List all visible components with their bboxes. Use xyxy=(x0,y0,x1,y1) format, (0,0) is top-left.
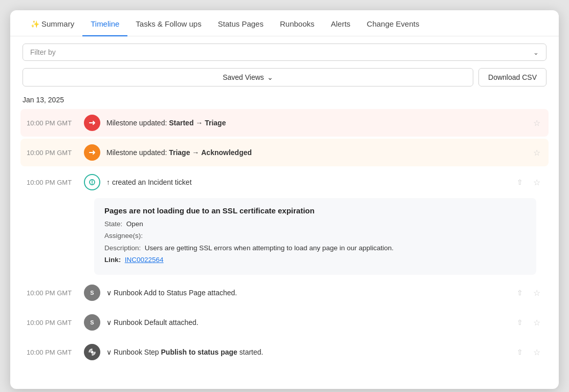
pin-icon: ⇧ xyxy=(517,289,523,297)
ticket-state: State: Open xyxy=(104,219,526,229)
timeline-item: 10:00 PM GMT S ∨ Runbook Default attache… xyxy=(20,309,549,336)
pin-icon: ⇧ xyxy=(517,178,523,186)
timeline-item: 10:00 PM GMT ↑ created an Incident ticke… xyxy=(20,168,549,196)
saved-views-button[interactable]: Saved Views ⌄ xyxy=(23,68,473,86)
timeline-item: 10:00 PM GMT Milestone updated: Started … xyxy=(20,109,549,137)
ticket-icon xyxy=(84,174,100,190)
filter-chevron-icon: ⌄ xyxy=(533,49,539,56)
nav-tabs: ✨Summary Timeline Tasks & Follow ups Sta… xyxy=(10,10,559,36)
event-time: 10:00 PM GMT xyxy=(27,289,78,297)
milestone-icon xyxy=(84,115,100,131)
timeline-item: 10:00 PM GMT ∨ Runbook Step Publish to s… xyxy=(20,338,549,364)
star-button[interactable]: ☆ xyxy=(531,177,542,188)
star-button[interactable]: ☆ xyxy=(531,117,542,129)
event-time: 10:00 PM GMT xyxy=(27,349,78,356)
tab-change-events[interactable]: Change Events xyxy=(359,10,428,36)
tab-runbooks[interactable]: Runbooks xyxy=(272,10,323,36)
saved-views-chevron-icon: ⌄ xyxy=(267,73,273,81)
star-button[interactable]: ☆ xyxy=(531,317,542,329)
event-text: Milestone updated: Started → Triage xyxy=(106,119,525,127)
download-csv-button[interactable]: Download CSV xyxy=(478,68,546,86)
tab-summary[interactable]: ✨Summary xyxy=(23,10,82,36)
event-text: ∨ Runbook Add to Status Page attached. xyxy=(106,289,511,297)
ticket-title: Pages are not loading due to an SSL cert… xyxy=(104,206,526,215)
filter-bar[interactable]: Filter by ⌄ xyxy=(23,43,546,61)
timeline-content: 10:00 PM GMT Milestone updated: Started … xyxy=(10,109,559,364)
tab-alerts[interactable]: Alerts xyxy=(323,10,359,36)
filter-row: Filter by ⌄ xyxy=(10,36,559,68)
tab-status-pages[interactable]: Status Pages xyxy=(210,10,272,36)
milestone-icon xyxy=(84,144,100,161)
ticket-assignee: Assignee(s): xyxy=(104,231,526,241)
ticket-card: Pages are not loading due to an SSL cert… xyxy=(94,198,536,275)
tab-timeline[interactable]: Timeline xyxy=(82,10,127,36)
star-button[interactable]: ☆ xyxy=(531,287,542,299)
event-time: 10:00 PM GMT xyxy=(27,149,78,157)
pin-icon: ⇧ xyxy=(517,348,523,356)
toolbar-row: Saved Views ⌄ Download CSV xyxy=(10,68,559,94)
ticket-description: Description: Users are getting SSL error… xyxy=(104,243,526,253)
event-time: 10:00 PM GMT xyxy=(27,319,78,326)
star-button[interactable]: ☆ xyxy=(531,346,542,358)
timeline-item: 10:00 PM GMT S ∨ Runbook Add to Status P… xyxy=(20,279,549,307)
event-text: ∨ Runbook Default attached. xyxy=(106,318,511,326)
event-text: ∨ Runbook Step Publish to status page st… xyxy=(106,348,511,356)
svg-point-1 xyxy=(91,351,94,354)
event-time: 10:00 PM GMT xyxy=(27,179,78,186)
scroll-area: Filter by ⌄ Saved Views ⌄ Download CSV J… xyxy=(10,36,559,364)
runbook-icon: S xyxy=(84,314,100,331)
event-time: 10:00 PM GMT xyxy=(27,119,78,127)
star-button[interactable]: ☆ xyxy=(531,147,542,159)
date-header: Jan 13, 2025 xyxy=(10,94,559,109)
event-text: Milestone updated: Triage → Acknowledged xyxy=(106,148,525,157)
runbook-icon: S xyxy=(84,285,100,301)
ticket-link-row: Link: INC0022564 xyxy=(104,255,526,265)
timeline-item: 10:00 PM GMT Milestone updated: Triage →… xyxy=(20,139,549,166)
tab-tasks[interactable]: Tasks & Follow ups xyxy=(127,10,209,36)
ticket-link[interactable]: INC0022564 xyxy=(125,256,164,264)
pin-icon: ⇧ xyxy=(517,318,523,326)
sparkle-icon: ✨ xyxy=(31,20,39,28)
filter-placeholder: Filter by xyxy=(30,48,56,56)
event-text: ↑ created an Incident ticket xyxy=(106,178,511,186)
signal-icon xyxy=(84,344,100,360)
